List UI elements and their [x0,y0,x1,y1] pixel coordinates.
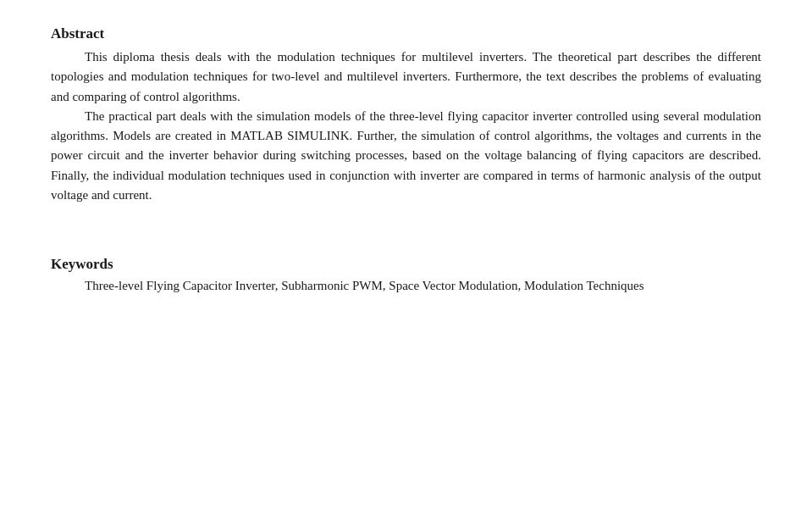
keywords-text: Three-level Flying Capacitor Inverter, S… [51,276,761,296]
abstract-body: This diploma thesis deals with the modul… [51,47,761,205]
keywords-body: Three-level Flying Capacitor Inverter, S… [51,276,761,296]
abstract-heading: Abstract [51,25,761,42]
abstract-paragraph-2: The practical part deals with the simula… [51,107,761,205]
keywords-section: Keywords Three-level Flying Capacitor In… [51,256,761,296]
abstract-paragraph-1: This diploma thesis deals with the modul… [51,47,761,107]
keywords-heading: Keywords [51,256,761,273]
abstract-section: Abstract This diploma thesis deals with … [51,25,761,205]
